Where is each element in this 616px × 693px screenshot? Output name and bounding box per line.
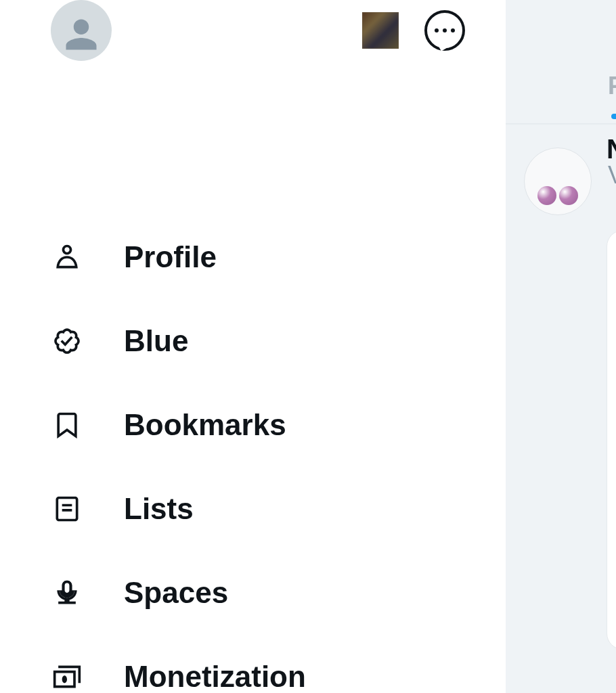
profile-icon [51,241,83,273]
timeline-panel [506,0,616,693]
nav-label: Monetization [124,660,306,693]
profile-avatar[interactable] [51,0,112,61]
dot-icon [451,28,455,32]
spaces-icon [51,577,83,609]
partial-text: F [608,72,616,100]
partial-text: N [607,134,616,164]
dot-icon [435,28,439,32]
nav-label: Bookmarks [124,408,286,442]
tweet-avatar[interactable] [524,148,592,215]
nav-item-blue[interactable]: Blue [51,324,306,358]
navigation-drawer: Profile Blue Bookmarks Lists [0,0,506,693]
nav-label: Blue [124,324,188,358]
nav-list: Profile Blue Bookmarks Lists [51,240,306,693]
divider [506,123,616,125]
nav-label: Lists [124,492,194,526]
nav-item-spaces[interactable]: Spaces [51,576,306,610]
lists-icon [51,493,83,525]
verified-badge-icon [51,325,83,357]
drawer-header [51,0,465,61]
dot-icon [443,28,447,32]
tab-indicator [611,114,616,119]
avatar-eye-icon [559,186,578,205]
nav-item-monetization[interactable]: Monetization [51,660,306,693]
account-thumbnail[interactable] [362,12,399,49]
partial-text: V [608,161,616,189]
nav-label: Spaces [124,576,228,610]
monetization-icon [51,661,83,693]
content-card-partial [607,230,616,650]
nav-item-profile[interactable]: Profile [51,240,306,274]
avatar-eye-icon [537,186,556,205]
nav-item-lists[interactable]: Lists [51,492,306,526]
bookmark-icon [51,409,83,441]
more-accounts-button[interactable] [424,10,465,51]
nav-label: Profile [124,240,217,274]
person-icon [61,14,102,55]
nav-item-bookmarks[interactable]: Bookmarks [51,408,306,442]
header-actions [362,10,465,51]
